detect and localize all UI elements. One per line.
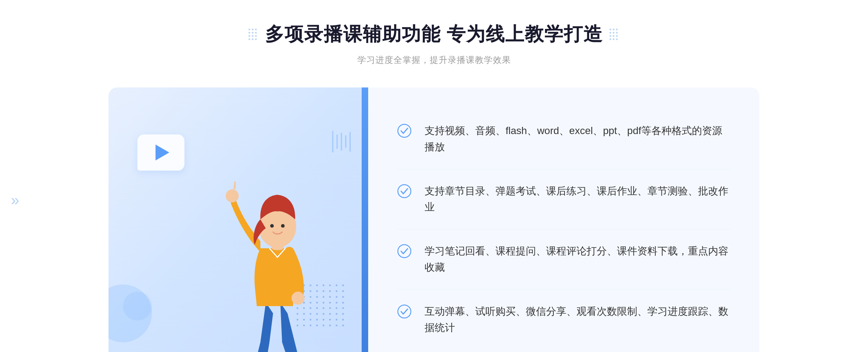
person-illustration <box>210 169 347 352</box>
feature-text-4: 互动弹幕、试听购买、微信分享、观看次数限制、学习进度跟踪、数据统计 <box>425 304 731 336</box>
play-bubble <box>137 134 184 171</box>
page-subtitle: 学习进度全掌握，提升录播课教学效果 <box>357 54 511 66</box>
deco-vlines <box>332 131 351 153</box>
check-icon-2 <box>397 184 412 198</box>
features-panel: 支持视频、音频、flash、word、excel、ppt、pdf等各种格式的资源… <box>368 87 760 352</box>
svg-point-9 <box>398 124 411 137</box>
feature-text-2: 支持章节目录、弹题考试、课后练习、课后作业、章节测验、批改作业 <box>425 183 731 216</box>
feature-item-1: 支持视频、音频、flash、word、excel、ppt、pdf等各种格式的资源… <box>397 109 731 169</box>
svg-point-11 <box>398 245 411 258</box>
title-section: 多项录播课辅助功能 专为线上教学打造 <box>248 22 620 47</box>
svg-point-3 <box>226 189 239 202</box>
feature-item-4: 互动弹幕、试听购买、微信分享、观看次数限制、学习进度跟踪、数据统计 <box>397 290 731 350</box>
check-icon-4 <box>397 304 412 319</box>
deco-circle-small <box>123 292 152 321</box>
check-icon-3 <box>397 244 412 258</box>
feature-item-2: 支持章节目录、弹题考试、课后练习、课后作业、章节测验、批改作业 <box>397 169 731 230</box>
deco-dots-left <box>248 29 259 40</box>
feature-text-3: 学习笔记回看、课程提问、课程评论打分、课件资料下载，重点内容收藏 <box>425 243 731 276</box>
content-area: 支持视频、音频、flash、word、excel、ppt、pdf等各种格式的资源… <box>109 87 760 352</box>
deco-dots-right <box>609 29 620 40</box>
svg-point-10 <box>398 185 411 198</box>
play-triangle-icon <box>156 145 169 160</box>
svg-point-12 <box>398 305 411 318</box>
svg-point-8 <box>281 224 285 228</box>
blue-accent-bar <box>362 87 368 352</box>
check-icon-1 <box>397 124 412 138</box>
page-title: 多项录播课辅助功能 专为线上教学打造 <box>265 22 603 47</box>
svg-point-7 <box>270 224 274 228</box>
feature-text-1: 支持视频、音频、flash、word、excel、ppt、pdf等各种格式的资源… <box>425 123 731 155</box>
feature-item-3: 学习笔记回看、课程提问、课程评论打分、课件资料下载，重点内容收藏 <box>397 229 731 290</box>
page-container: 多项录播课辅助功能 专为线上教学打造 学习进度全掌握，提升录播课教学效果 » <box>0 0 868 352</box>
illustration-panel <box>109 87 362 352</box>
left-chevron-deco: » <box>11 192 16 209</box>
svg-point-4 <box>292 292 305 305</box>
